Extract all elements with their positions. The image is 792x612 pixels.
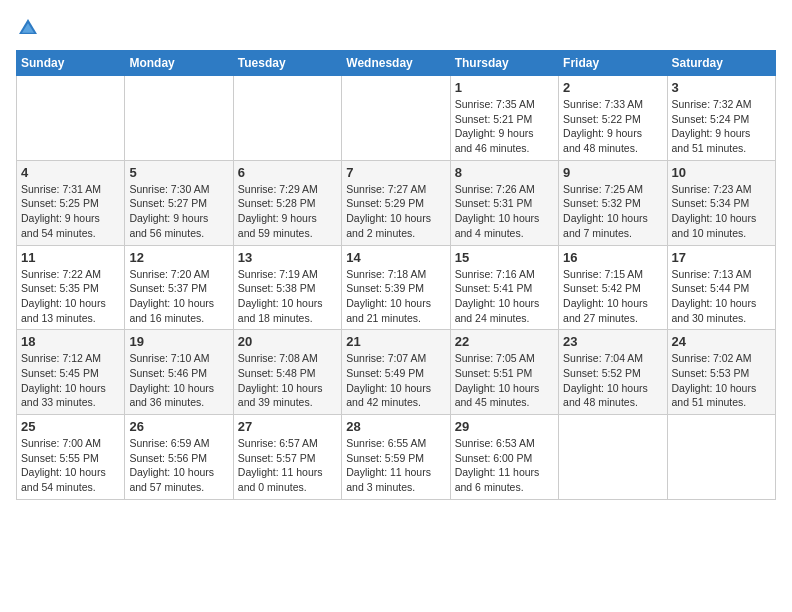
calendar-cell: 12Sunrise: 7:20 AMSunset: 5:37 PMDayligh… (125, 245, 233, 330)
calendar-week-3: 11Sunrise: 7:22 AMSunset: 5:35 PMDayligh… (17, 245, 776, 330)
day-info: Sunrise: 7:29 AMSunset: 5:28 PMDaylight:… (238, 182, 337, 241)
day-number: 6 (238, 165, 337, 180)
day-info: Sunrise: 7:31 AMSunset: 5:25 PMDaylight:… (21, 182, 120, 241)
day-info: Sunrise: 7:22 AMSunset: 5:35 PMDaylight:… (21, 267, 120, 326)
calendar-cell: 27Sunrise: 6:57 AMSunset: 5:57 PMDayligh… (233, 415, 341, 500)
col-header-monday: Monday (125, 51, 233, 76)
col-header-tuesday: Tuesday (233, 51, 341, 76)
calendar-cell: 15Sunrise: 7:16 AMSunset: 5:41 PMDayligh… (450, 245, 558, 330)
day-info: Sunrise: 7:35 AMSunset: 5:21 PMDaylight:… (455, 97, 554, 156)
day-number: 20 (238, 334, 337, 349)
col-header-friday: Friday (559, 51, 667, 76)
day-info: Sunrise: 7:25 AMSunset: 5:32 PMDaylight:… (563, 182, 662, 241)
day-number: 4 (21, 165, 120, 180)
calendar-week-2: 4Sunrise: 7:31 AMSunset: 5:25 PMDaylight… (17, 160, 776, 245)
calendar-week-5: 25Sunrise: 7:00 AMSunset: 5:55 PMDayligh… (17, 415, 776, 500)
calendar-cell: 18Sunrise: 7:12 AMSunset: 5:45 PMDayligh… (17, 330, 125, 415)
calendar-cell: 25Sunrise: 7:00 AMSunset: 5:55 PMDayligh… (17, 415, 125, 500)
day-info: Sunrise: 7:18 AMSunset: 5:39 PMDaylight:… (346, 267, 445, 326)
day-number: 5 (129, 165, 228, 180)
day-info: Sunrise: 7:07 AMSunset: 5:49 PMDaylight:… (346, 351, 445, 410)
calendar-cell: 11Sunrise: 7:22 AMSunset: 5:35 PMDayligh… (17, 245, 125, 330)
calendar-cell: 29Sunrise: 6:53 AMSunset: 6:00 PMDayligh… (450, 415, 558, 500)
col-header-wednesday: Wednesday (342, 51, 450, 76)
day-info: Sunrise: 6:55 AMSunset: 5:59 PMDaylight:… (346, 436, 445, 495)
day-info: Sunrise: 7:26 AMSunset: 5:31 PMDaylight:… (455, 182, 554, 241)
calendar-cell: 22Sunrise: 7:05 AMSunset: 5:51 PMDayligh… (450, 330, 558, 415)
day-number: 3 (672, 80, 771, 95)
calendar-cell: 19Sunrise: 7:10 AMSunset: 5:46 PMDayligh… (125, 330, 233, 415)
day-info: Sunrise: 7:15 AMSunset: 5:42 PMDaylight:… (563, 267, 662, 326)
calendar-week-1: 1Sunrise: 7:35 AMSunset: 5:21 PMDaylight… (17, 76, 776, 161)
col-header-thursday: Thursday (450, 51, 558, 76)
calendar-cell: 13Sunrise: 7:19 AMSunset: 5:38 PMDayligh… (233, 245, 341, 330)
day-info: Sunrise: 7:23 AMSunset: 5:34 PMDaylight:… (672, 182, 771, 241)
day-number: 19 (129, 334, 228, 349)
calendar-cell: 14Sunrise: 7:18 AMSunset: 5:39 PMDayligh… (342, 245, 450, 330)
calendar-cell (342, 76, 450, 161)
day-number: 15 (455, 250, 554, 265)
calendar-week-4: 18Sunrise: 7:12 AMSunset: 5:45 PMDayligh… (17, 330, 776, 415)
calendar-cell: 2Sunrise: 7:33 AMSunset: 5:22 PMDaylight… (559, 76, 667, 161)
day-number: 7 (346, 165, 445, 180)
day-number: 10 (672, 165, 771, 180)
day-info: Sunrise: 7:13 AMSunset: 5:44 PMDaylight:… (672, 267, 771, 326)
day-number: 23 (563, 334, 662, 349)
logo-icon (16, 16, 40, 40)
day-info: Sunrise: 7:16 AMSunset: 5:41 PMDaylight:… (455, 267, 554, 326)
day-info: Sunrise: 6:53 AMSunset: 6:00 PMDaylight:… (455, 436, 554, 495)
day-number: 21 (346, 334, 445, 349)
calendar-cell: 5Sunrise: 7:30 AMSunset: 5:27 PMDaylight… (125, 160, 233, 245)
day-info: Sunrise: 7:33 AMSunset: 5:22 PMDaylight:… (563, 97, 662, 156)
calendar-header-row: SundayMondayTuesdayWednesdayThursdayFrid… (17, 51, 776, 76)
day-number: 16 (563, 250, 662, 265)
calendar-cell: 4Sunrise: 7:31 AMSunset: 5:25 PMDaylight… (17, 160, 125, 245)
col-header-sunday: Sunday (17, 51, 125, 76)
logo (16, 16, 44, 40)
day-number: 14 (346, 250, 445, 265)
day-info: Sunrise: 7:30 AMSunset: 5:27 PMDaylight:… (129, 182, 228, 241)
day-info: Sunrise: 7:04 AMSunset: 5:52 PMDaylight:… (563, 351, 662, 410)
day-number: 22 (455, 334, 554, 349)
day-number: 8 (455, 165, 554, 180)
calendar-cell: 20Sunrise: 7:08 AMSunset: 5:48 PMDayligh… (233, 330, 341, 415)
day-info: Sunrise: 7:05 AMSunset: 5:51 PMDaylight:… (455, 351, 554, 410)
calendar-cell: 16Sunrise: 7:15 AMSunset: 5:42 PMDayligh… (559, 245, 667, 330)
calendar-cell (17, 76, 125, 161)
day-info: Sunrise: 7:02 AMSunset: 5:53 PMDaylight:… (672, 351, 771, 410)
day-number: 1 (455, 80, 554, 95)
day-number: 28 (346, 419, 445, 434)
day-info: Sunrise: 7:19 AMSunset: 5:38 PMDaylight:… (238, 267, 337, 326)
day-number: 24 (672, 334, 771, 349)
calendar-cell: 26Sunrise: 6:59 AMSunset: 5:56 PMDayligh… (125, 415, 233, 500)
day-info: Sunrise: 6:59 AMSunset: 5:56 PMDaylight:… (129, 436, 228, 495)
day-info: Sunrise: 7:20 AMSunset: 5:37 PMDaylight:… (129, 267, 228, 326)
day-number: 27 (238, 419, 337, 434)
calendar-cell: 8Sunrise: 7:26 AMSunset: 5:31 PMDaylight… (450, 160, 558, 245)
day-number: 13 (238, 250, 337, 265)
calendar-cell: 10Sunrise: 7:23 AMSunset: 5:34 PMDayligh… (667, 160, 775, 245)
calendar-cell: 24Sunrise: 7:02 AMSunset: 5:53 PMDayligh… (667, 330, 775, 415)
col-header-saturday: Saturday (667, 51, 775, 76)
day-number: 29 (455, 419, 554, 434)
calendar-cell (559, 415, 667, 500)
day-info: Sunrise: 6:57 AMSunset: 5:57 PMDaylight:… (238, 436, 337, 495)
day-number: 18 (21, 334, 120, 349)
day-info: Sunrise: 7:08 AMSunset: 5:48 PMDaylight:… (238, 351, 337, 410)
day-number: 26 (129, 419, 228, 434)
calendar-cell: 17Sunrise: 7:13 AMSunset: 5:44 PMDayligh… (667, 245, 775, 330)
calendar-cell: 9Sunrise: 7:25 AMSunset: 5:32 PMDaylight… (559, 160, 667, 245)
calendar-cell: 7Sunrise: 7:27 AMSunset: 5:29 PMDaylight… (342, 160, 450, 245)
day-number: 25 (21, 419, 120, 434)
day-number: 17 (672, 250, 771, 265)
page-header (16, 16, 776, 40)
calendar-table: SundayMondayTuesdayWednesdayThursdayFrid… (16, 50, 776, 500)
day-number: 9 (563, 165, 662, 180)
calendar-cell (233, 76, 341, 161)
calendar-cell (125, 76, 233, 161)
calendar-cell: 23Sunrise: 7:04 AMSunset: 5:52 PMDayligh… (559, 330, 667, 415)
day-info: Sunrise: 7:27 AMSunset: 5:29 PMDaylight:… (346, 182, 445, 241)
calendar-cell: 1Sunrise: 7:35 AMSunset: 5:21 PMDaylight… (450, 76, 558, 161)
calendar-cell (667, 415, 775, 500)
calendar-cell: 3Sunrise: 7:32 AMSunset: 5:24 PMDaylight… (667, 76, 775, 161)
